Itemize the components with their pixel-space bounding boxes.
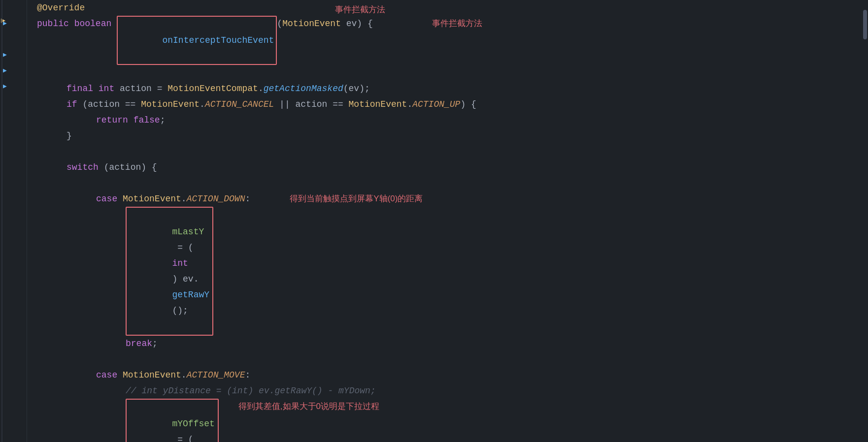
params-open: ( — [277, 16, 282, 32]
kw-switch: switch — [67, 159, 104, 175]
method-getrawy-1: getRawY — [172, 290, 209, 300]
semicolon-2: ; — [152, 336, 158, 351]
class-motionevent-2: MotionEvent — [349, 96, 407, 112]
var-myoffset: mYOffset — [172, 419, 214, 429]
gutter: ▶ ▶ ▶ ▶ ▶ — [0, 0, 27, 442]
editor-container: ▶ ▶ ▶ ▶ ▶ 事件拦截方法 @Override public boolea… — [0, 0, 868, 442]
code-line-case-down: case MotionEvent . ACTION_DOWN : 得到当前触摸点… — [37, 191, 868, 207]
kw-case-2: case — [96, 367, 123, 383]
method-getactionmasked: getActionMasked — [264, 81, 343, 96]
close-paren-1: ) ev. — [172, 274, 199, 284]
code-line-break-1: break ; — [37, 336, 868, 351]
scrollbar-vertical[interactable] — [862, 0, 868, 442]
class-motionevent-4: MotionEvent — [123, 367, 181, 383]
method-name-onintercept: onInterceptTouchEvent — [162, 35, 274, 45]
annotation-override: @Override — [37, 0, 85, 16]
kw-int-cast-1: int — [172, 258, 188, 268]
param-ev: ev) { — [346, 16, 373, 32]
dot-5: . — [181, 367, 187, 383]
code-line-return-false-1: return false ; — [37, 112, 868, 128]
kw-if: if — [67, 96, 82, 112]
class-motionevent-3: MotionEvent — [123, 191, 181, 207]
box-myoffset: mYOffset = ( int ) ev. getRawY () - mLas… — [126, 399, 219, 442]
code-line-2: public boolean onInterceptTouchEvent ( M… — [37, 16, 868, 65]
class-motionevent-1: MotionEvent — [141, 96, 200, 112]
kw-final: final — [67, 81, 99, 96]
semicolon-1: ; — [160, 112, 166, 128]
code-line-mlasty: mLastY = ( int ) ev. getRawY (); — [37, 207, 868, 336]
kw-public: public — [37, 16, 74, 32]
const-action-cancel: ACTION_CANCEL — [205, 96, 274, 112]
fold-indicator-2[interactable]: ▶ — [3, 47, 7, 63]
kw-return-1: return — [96, 112, 134, 128]
dot-2: . — [200, 96, 205, 112]
code-line-empty-4 — [37, 351, 868, 367]
kw-int: int — [99, 81, 120, 96]
kw-false-1: false — [134, 112, 160, 128]
scroll-thumb[interactable] — [863, 10, 867, 39]
dot-3: . — [407, 96, 412, 112]
kw-boolean: boolean — [74, 16, 117, 32]
const-action-up: ACTION_UP — [412, 96, 460, 112]
fold-indicator-3[interactable]: ▶ — [3, 63, 7, 79]
class-motioneventcompat: MotionEventCompat — [167, 81, 258, 96]
code-line-action: final int action = MotionEventCompat . g… — [37, 81, 868, 96]
kw-case-1: case — [96, 191, 123, 207]
code-line-empty-3 — [37, 175, 868, 191]
case-colon-1: : — [245, 191, 250, 207]
code-line-switch: switch (action) { — [37, 159, 868, 175]
code-line-case-move: case MotionEvent . ACTION_MOVE : — [37, 367, 868, 383]
const-action-down: ACTION_DOWN — [187, 191, 245, 207]
code-line-if-cancel: if (action == MotionEvent . ACTION_CANCE… — [37, 96, 868, 112]
code-line-empty-2 — [37, 144, 868, 159]
dot-1: . — [258, 81, 264, 96]
code-line-comment-1: // int yDistance = (int) ev.getRawY() - … — [37, 383, 868, 399]
method-box-onintercept: onInterceptTouchEvent — [117, 16, 277, 65]
dot-4: . — [181, 191, 187, 207]
code-area: 事件拦截方法 @Override public boolean onInterc… — [27, 0, 868, 442]
kw-break-1: break — [126, 336, 152, 351]
cn-get-y: 得到当前触摸点到屏幕Y轴(0)的距离 — [290, 191, 423, 207]
paren-open-1: (action == — [82, 96, 141, 112]
assign-2: = ( — [172, 435, 193, 442]
code-line-myoffset: mYOffset = ( int ) ev. getRawY () - mLas… — [37, 399, 868, 442]
cn-event-intercept: 事件拦截方法 — [432, 16, 482, 32]
operator-or: || action == — [274, 96, 348, 112]
code-line-empty-1 — [37, 65, 868, 81]
left-border — [1, 0, 2, 442]
assign-1: = ( — [172, 243, 193, 253]
comment-ydistance: // int yDistance = (int) ev.getRawY() - … — [126, 383, 376, 399]
class-motionevent: MotionEvent — [282, 16, 346, 32]
code-line-close-1: } — [37, 128, 868, 144]
case-colon-2: : — [245, 367, 250, 383]
code-line-1: @Override — [37, 0, 868, 16]
const-action-move: ACTION_MOVE — [187, 367, 245, 383]
paren-ev: (ev); — [343, 81, 370, 96]
box-mlasty: mLastY = ( int ) ev. getRawY (); — [126, 207, 213, 336]
var-action: action = — [120, 81, 167, 96]
brace-close-1: } — [67, 128, 72, 144]
switch-rest: (action) { — [104, 159, 157, 175]
fold-indicator-4[interactable]: ▶ — [3, 79, 7, 95]
call-1: (); — [172, 306, 188, 316]
cn-get-diff: 得到其差值,如果大于0说明是下拉过程 — [238, 399, 379, 414]
paren-close-1: ) { — [460, 96, 476, 112]
var-mlasty: mLastY — [172, 227, 204, 237]
